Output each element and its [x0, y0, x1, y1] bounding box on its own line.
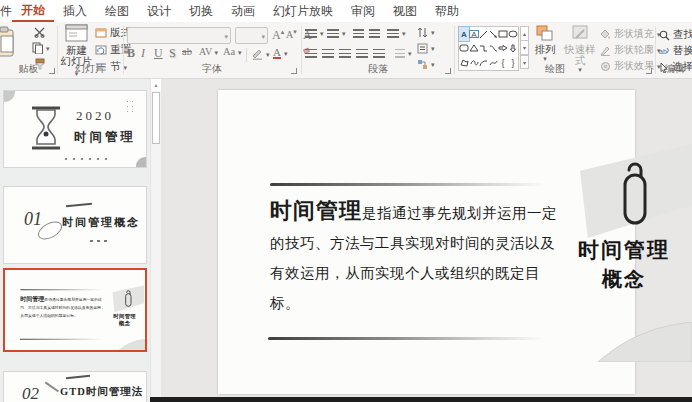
font-name-combobox[interactable]: ▾ [127, 27, 231, 44]
arrange-icon [536, 25, 554, 41]
slide-body-textbox[interactable]: 时间管理是指通过事先规划并运用一定的技巧、方法与工具实现对时间的灵活以及有效运用… [270, 196, 566, 318]
bullets-button[interactable]: ▾ [305, 29, 324, 38]
text-direction-button[interactable]: ▾ [417, 27, 435, 38]
ribbon-tab-bar: 件 开始 插入 绘图 设计 切换 动画 幻灯片放映 审阅 视图 帮助 [0, 0, 692, 22]
drawing-dialog-launcher[interactable] [646, 68, 652, 74]
slide-heading: 时间管理 [270, 198, 362, 223]
group-label-editing: 编辑 [657, 62, 692, 76]
tab-review[interactable]: 审阅 [342, 0, 384, 22]
shape-vertical-textbox[interactable]: A [469, 27, 479, 41]
replace-button[interactable]: ab 替换 [659, 44, 692, 58]
tab-transitions[interactable]: 切换 [180, 0, 222, 22]
dots-decoration [88, 239, 108, 243]
strikethrough-button[interactable]: ab [182, 46, 192, 57]
clipboard-dialog-launcher[interactable] [49, 68, 55, 74]
slide-thumbnail-panel: 2020 时间管理 01 时间管理概念 时间管理是指通过事先规划并运用一定的技巧… [0, 79, 150, 402]
tab-slideshow[interactable]: 幻灯片放映 [264, 0, 342, 22]
tab-draw[interactable]: 绘图 [96, 0, 138, 22]
mini-side-title-1: 时间管理 [105, 313, 144, 320]
group-label-slides: 幻灯片 [58, 62, 122, 76]
slide-side-title-textbox[interactable]: 时间管理 概念 [556, 236, 692, 294]
shape-rounded-rectangle[interactable] [459, 41, 469, 55]
thumbnail-scrollbar[interactable]: ▲ [150, 79, 161, 397]
hourglass-graphic [28, 105, 64, 151]
find-button[interactable]: 查找 [659, 28, 692, 42]
shrink-font-button[interactable]: A▾ [286, 28, 297, 40]
group-editing: 查找 ab 替换 选择▾ 编辑 [657, 22, 692, 78]
mini-fold-shape [118, 339, 145, 350]
layout-icon [95, 28, 107, 38]
grow-font-button[interactable]: A▴ [272, 28, 284, 43]
shape-curved-connector[interactable] [489, 41, 499, 55]
bottom-dark-strip [150, 397, 692, 402]
font-dialog-launcher[interactable] [291, 68, 297, 74]
shape-triangle[interactable] [469, 41, 479, 55]
reset-icon [95, 45, 107, 55]
text-direction-icon [417, 27, 428, 38]
tab-design[interactable]: 设计 [138, 0, 180, 22]
scrollbar-thumb[interactable] [152, 92, 160, 144]
distribute-button[interactable] [373, 49, 385, 58]
columns-button[interactable]: ▾ [395, 49, 412, 58]
font-size-combobox[interactable]: ▾ [235, 27, 268, 44]
shape-outline-button[interactable]: 形状轮廓▾ [600, 43, 661, 57]
group-slides: 新建 幻灯片 ▾ 版式▾ 重置 节▾ 幻灯片 [58, 22, 122, 78]
character-spacing-button[interactable]: AV ▾ [199, 46, 218, 57]
scrollbar-up-arrow[interactable]: ▲ [151, 79, 161, 91]
thumbnail-slide-3-selected[interactable]: 时间管理是指通过事先规划并运用一定的技巧、方法与工具实现对时间的灵活以及有效运用… [3, 268, 147, 352]
tab-help[interactable]: 帮助 [426, 0, 468, 22]
paragraph-dialog-launcher[interactable] [445, 68, 451, 74]
tab-animations[interactable]: 动画 [222, 0, 264, 22]
highlight-color-button[interactable]: ▾ [251, 48, 270, 60]
mini-paperclip-icon [124, 289, 132, 309]
line-spacing-button[interactable]: ▾ [387, 29, 406, 38]
dot-grid-decoration [125, 99, 136, 115]
bold-button[interactable]: B [127, 46, 135, 61]
font-color-button[interactable]: A ▾ [273, 47, 287, 59]
underline-button[interactable]: U [154, 46, 163, 61]
current-slide[interactable]: 时间管理是指通过事先规划并运用一定的技巧、方法与工具实现对时间的灵活以及有效运用… [218, 90, 635, 394]
numbering-button[interactable]: ▾ [327, 29, 346, 38]
tab-file-partial[interactable]: 件 [0, 0, 12, 22]
text-shadow-button[interactable]: S [169, 46, 176, 61]
quick-styles-icon [572, 25, 588, 41]
thumbnail-slide-2[interactable]: 01 时间管理概念 [3, 186, 147, 264]
thumb4-number: 02 [22, 384, 39, 402]
cut-icon[interactable] [34, 27, 45, 41]
align-left-button[interactable] [305, 49, 317, 58]
shape-textbox[interactable]: A [459, 27, 469, 41]
mini-body-text: 时间管理是指通过事先规划并运用一定的技巧、方法与工具实现对时间的灵活以及有效运用… [20, 295, 107, 320]
copy-icon[interactable]: ▾ [32, 42, 50, 54]
paste-icon[interactable] [0, 26, 16, 61]
page-fold-shape [598, 322, 692, 362]
decrease-indent-button[interactable] [353, 29, 364, 38]
change-case-button[interactable]: Aa ▾ [223, 46, 241, 57]
group-paragraph: ▾ ▾ ▾ ▾ ▾ ▾ ▾ 段落 [303, 22, 453, 78]
shape-oval[interactable] [508, 27, 518, 41]
shape-rectangle[interactable] [498, 27, 508, 41]
gallery-scroll-up[interactable]: ▴ [520, 26, 529, 41]
increase-indent-button[interactable] [369, 29, 380, 38]
line-decoration [66, 203, 92, 208]
shape-elbow-connector[interactable] [479, 41, 489, 55]
align-center-button[interactable] [322, 49, 334, 58]
italic-button[interactable]: I [141, 46, 145, 61]
shape-fill-button[interactable]: 形状填充▾ [600, 27, 661, 41]
justify-button[interactable] [356, 49, 368, 58]
tab-home[interactable]: 开始 [12, 0, 54, 22]
shape-outline-icon [600, 45, 611, 56]
tab-view[interactable]: 视图 [384, 0, 426, 22]
slide-editing-canvas[interactable]: 时间管理是指通过事先规划并运用一定的技巧、方法与工具实现对时间的灵活以及有效运用… [161, 79, 692, 402]
shape-right-arrow[interactable] [498, 41, 508, 55]
gallery-scroll-down[interactable]: ▾ [520, 40, 529, 55]
group-label-paragraph: 段落 [303, 62, 453, 76]
shape-line[interactable] [479, 27, 489, 41]
thumbnail-slide-1[interactable]: 2020 时间管理 [3, 90, 147, 168]
align-right-button[interactable] [339, 49, 351, 58]
tab-insert[interactable]: 插入 [54, 0, 96, 22]
thumbnail-slide-4[interactable]: 02 GTD时间管理法 [3, 371, 147, 402]
shape-down-arrow[interactable] [508, 41, 518, 55]
shape-arrow[interactable] [489, 27, 499, 41]
arrange-button[interactable]: 排列 ▾ [530, 25, 560, 62]
align-text-button[interactable]: ▾ [417, 43, 435, 54]
